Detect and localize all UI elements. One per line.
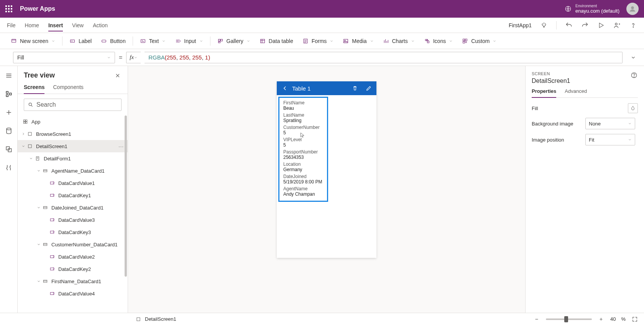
- rail-hamburger-icon[interactable]: [5, 71, 13, 80]
- tab-screens[interactable]: Screens: [24, 84, 44, 94]
- ribbon-button[interactable]: Button: [97, 38, 129, 44]
- selected-form-area[interactable]: FirstNameBeauLastNameSpratlingCustomerNu…: [278, 97, 328, 202]
- tree-node-dcv4[interactable]: DataCardValue4: [18, 287, 128, 300]
- svg-rect-43: [50, 268, 54, 270]
- formula-expand-icon[interactable]: [629, 54, 637, 61]
- rail-tools-icon[interactable]: [5, 163, 13, 172]
- detail-form[interactable]: FirstNameBeauLastNameSpratlingCustomerNu…: [277, 95, 376, 258]
- delete-icon[interactable]: [352, 85, 358, 91]
- zoom-slider[interactable]: [546, 318, 592, 320]
- fx-button[interactable]: fx: [126, 52, 141, 63]
- svg-rect-30: [23, 122, 25, 124]
- chevron-right-icon[interactable]: [20, 132, 27, 136]
- tree-node-dcv1[interactable]: DataCardValue1: [18, 177, 128, 189]
- help-icon[interactable]: [629, 21, 637, 29]
- breadcrumb-text[interactable]: DetailScreen1: [145, 316, 176, 322]
- ribbon-charts[interactable]: Charts: [379, 38, 419, 44]
- scrollbar[interactable]: [125, 115, 127, 277]
- zoom-in-icon[interactable]: [597, 315, 605, 323]
- tree-node-browsescreen[interactable]: BrowseScreen1: [18, 128, 128, 140]
- ribbon-text[interactable]: Text: [136, 38, 170, 44]
- ribbon-media[interactable]: Media: [339, 38, 377, 44]
- chevron-down-icon[interactable]: [35, 279, 42, 283]
- formula-input[interactable]: RGBA(255, 255, 255, 1): [145, 52, 623, 63]
- undo-icon[interactable]: [565, 21, 573, 29]
- tab-advanced[interactable]: Advanced: [565, 88, 587, 97]
- redo-icon[interactable]: [581, 21, 589, 29]
- back-icon[interactable]: [281, 85, 288, 92]
- svg-rect-39: [50, 219, 54, 221]
- environment-picker[interactable]: Environment enayu.com (default): [565, 4, 619, 14]
- ribbon-gallery[interactable]: Gallery: [214, 38, 254, 44]
- menu-action[interactable]: Action: [93, 22, 108, 28]
- edit-icon[interactable]: [366, 85, 372, 91]
- zoom-out-icon[interactable]: [533, 315, 540, 323]
- ribbon-label[interactable]: Label: [66, 38, 95, 44]
- chevron-down-icon[interactable]: [28, 157, 34, 160]
- rail-tree-icon[interactable]: [5, 90, 13, 98]
- field-value: Germany: [283, 167, 323, 172]
- app-launcher-icon[interactable]: [5, 5, 12, 12]
- equals-sign: =: [119, 54, 122, 61]
- tree-node-first-card[interactable]: FirstName_DataCard1: [18, 275, 128, 287]
- svg-rect-31: [26, 122, 27, 124]
- tree-node-agent-card[interactable]: AgentName_DataCard1: [18, 165, 128, 177]
- canvas[interactable]: Table 1 FirstNameBeauLastNameSpratlingCu…: [128, 66, 525, 313]
- tree-node-date-card[interactable]: DateJoined_DataCard1: [18, 201, 128, 214]
- zoom-unit: %: [621, 316, 626, 322]
- chevron-down-icon[interactable]: [35, 169, 42, 173]
- ribbon-custom[interactable]: Custom: [458, 38, 500, 44]
- close-icon[interactable]: [114, 72, 122, 79]
- field-value: Beau: [283, 106, 323, 111]
- play-icon[interactable]: [597, 21, 605, 29]
- share-icon[interactable]: [613, 21, 621, 29]
- screen-preview[interactable]: Table 1 FirstNameBeauLastNameSpratlingCu…: [277, 81, 376, 258]
- chevron-down-icon[interactable]: [35, 206, 42, 210]
- prop-pos-label: Image position: [532, 137, 585, 143]
- menu-insert[interactable]: Insert: [48, 22, 63, 31]
- chevron-down-icon[interactable]: [35, 243, 42, 246]
- svg-rect-21: [6, 91, 8, 93]
- ribbon-input[interactable]: Input: [171, 38, 207, 44]
- ribbon-icons[interactable]: Icons: [420, 38, 457, 44]
- ribbon-new-screen[interactable]: New screen: [7, 38, 59, 44]
- search-input[interactable]: Search: [24, 99, 122, 111]
- field-label: AgentName: [283, 186, 323, 191]
- more-icon[interactable]: ···: [118, 144, 124, 149]
- svg-rect-9: [218, 39, 220, 41]
- tree-node-detailscreen[interactable]: DetailScreen1 ···: [18, 140, 128, 152]
- tree-list[interactable]: App BrowseScreen1 DetailScreen1 ··· Deta…: [18, 115, 128, 313]
- rail-data-icon[interactable]: [5, 127, 13, 135]
- tab-components[interactable]: Components: [53, 84, 83, 94]
- rail-media-icon[interactable]: [5, 145, 13, 153]
- fit-screen-icon[interactable]: [631, 315, 639, 323]
- ribbon-forms[interactable]: Forms: [299, 38, 338, 44]
- tree-node-detailform[interactable]: DetailForm1: [18, 152, 128, 165]
- menu-view[interactable]: View: [72, 22, 84, 28]
- app-checker-icon[interactable]: [540, 21, 548, 29]
- tree-node-dck1[interactable]: DataCardKey1: [18, 189, 128, 201]
- fill-color-swatch[interactable]: [628, 103, 638, 113]
- chevron-down-icon[interactable]: [20, 144, 27, 148]
- tree-node-dcv2[interactable]: DataCardValue2: [18, 251, 128, 263]
- image-position-select[interactable]: Fit: [585, 134, 635, 145]
- tree-node-app[interactable]: App: [18, 115, 128, 128]
- rail-add-icon[interactable]: [5, 108, 13, 117]
- ribbon-custom-label: Custom: [471, 38, 490, 44]
- ribbon-icons-label: Icons: [433, 38, 446, 44]
- tree-node-cust-card[interactable]: CustomerNumber_DataCard1: [18, 238, 128, 251]
- user-avatar[interactable]: [626, 3, 639, 15]
- bg-image-select[interactable]: None: [585, 118, 635, 129]
- tab-properties[interactable]: Properties: [532, 88, 556, 98]
- menu-file[interactable]: File: [7, 22, 16, 28]
- field-value: Spratling: [283, 118, 323, 123]
- ribbon-data-table[interactable]: Data table: [256, 38, 297, 44]
- info-icon[interactable]: [630, 71, 638, 79]
- tree-node-dck3[interactable]: DataCardKey3: [18, 226, 128, 238]
- menu-home[interactable]: Home: [25, 22, 39, 28]
- app-name[interactable]: FirstApp1: [509, 22, 532, 28]
- property-selector[interactable]: Fill: [13, 52, 115, 63]
- svg-rect-32: [28, 132, 31, 135]
- tree-node-dcv3[interactable]: DataCardValue3: [18, 214, 128, 226]
- tree-node-dck2[interactable]: DataCardKey2: [18, 263, 128, 275]
